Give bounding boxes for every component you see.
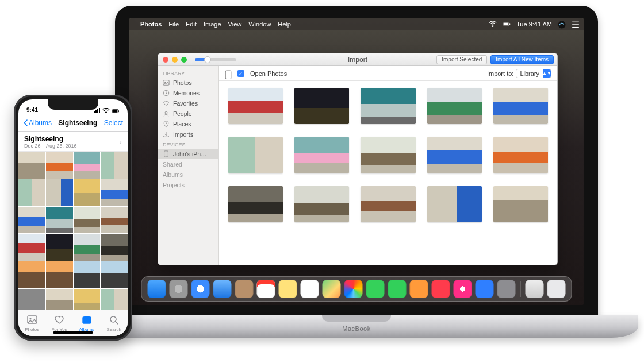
photo-thumbnail[interactable]	[18, 207, 45, 234]
dock-itunes-icon[interactable]	[454, 280, 472, 298]
import-thumbnail[interactable]	[294, 88, 349, 124]
dock-photos-icon[interactable]	[344, 280, 363, 298]
sidebar-item-people[interactable]: People	[158, 109, 218, 119]
import-thumbnail[interactable]	[427, 186, 482, 222]
sidebar-item-memories[interactable]: Memories	[158, 88, 218, 98]
dock-sysprefs-icon[interactable]	[497, 280, 516, 298]
dock-safari-icon[interactable]	[191, 280, 210, 298]
photo-thumbnail[interactable]	[74, 261, 101, 288]
import-thumbnail[interactable]	[361, 186, 415, 222]
photo-thumbnail[interactable]	[74, 234, 101, 261]
photo-thumbnail[interactable]	[18, 152, 45, 179]
import-thumbnail[interactable]	[361, 88, 415, 124]
sidebar-item-shared[interactable]: Shared	[158, 159, 218, 169]
open-photos-checkbox[interactable]: ✓	[237, 70, 244, 77]
nav-select-button[interactable]: Select	[104, 119, 123, 127]
dock-facetime-icon[interactable]	[388, 280, 407, 298]
dock-downloads-icon[interactable]	[526, 280, 544, 298]
sidebar-item-favorites[interactable]: Favorites	[158, 98, 218, 109]
import-to-select[interactable]: Import to: Library ▲▼	[487, 69, 551, 78]
menu-file[interactable]: File	[168, 21, 179, 28]
app-menu[interactable]: Photos	[140, 21, 162, 28]
photo-thumbnail[interactable]	[101, 234, 128, 261]
photo-thumbnail[interactable]	[46, 152, 73, 179]
import-thumbnail[interactable]	[294, 186, 349, 222]
menu-edit[interactable]: Edit	[186, 21, 197, 28]
menubar-clock[interactable]: Tue 9:41 AM	[516, 21, 552, 28]
window-titlebar[interactable]: Import Import Selected Import All New It…	[158, 53, 557, 66]
photo-thumbnail[interactable]	[101, 152, 128, 179]
dock-appstore-icon[interactable]	[476, 280, 494, 298]
import-thumbnail[interactable]	[228, 137, 283, 173]
photo-thumbnail[interactable]	[74, 152, 101, 179]
photo-thumbnail[interactable]	[46, 289, 73, 310]
sidebar-item-projects[interactable]: Projects	[158, 180, 218, 190]
album-header[interactable]: Sightseeing Dec 26 – Aug 25, 2016 ›	[18, 132, 128, 152]
wifi-icon[interactable]	[489, 21, 497, 28]
photo-thumbnail[interactable]	[74, 289, 101, 310]
svg-point-4	[558, 21, 566, 29]
mac-desktop: Import Import Selected Import All New It…	[129, 30, 584, 305]
photo-thumbnail[interactable]	[46, 234, 73, 261]
album-photo-grid[interactable]	[18, 152, 128, 310]
dock-trash-icon[interactable]	[547, 280, 566, 298]
import-thumbnail[interactable]	[228, 186, 283, 222]
photo-thumbnail[interactable]	[46, 207, 73, 234]
import-thumbnail[interactable]	[493, 137, 548, 173]
import-thumbnail[interactable]	[427, 137, 482, 173]
dock-news-icon[interactable]	[432, 280, 450, 298]
photo-thumbnail[interactable]	[18, 234, 45, 261]
photo-thumbnail[interactable]	[101, 289, 128, 310]
photo-thumbnail[interactable]	[18, 179, 45, 206]
sidebar-item-device[interactable]: John's iPh…	[158, 149, 218, 159]
sidebar-item-places[interactable]: Places	[158, 119, 218, 129]
photo-thumbnail[interactable]	[74, 179, 101, 206]
photo-thumbnail[interactable]	[18, 261, 45, 288]
photo-thumbnail[interactable]	[101, 261, 128, 288]
nav-back-button[interactable]: Albums	[23, 119, 52, 127]
open-photos-label: Open Photos	[250, 70, 287, 77]
svg-point-0	[492, 26, 493, 26]
import-thumbnail[interactable]	[493, 88, 548, 124]
photo-thumbnail[interactable]	[46, 261, 73, 288]
macbook-brand-label: MacBook	[75, 325, 638, 332]
dock-mail-icon[interactable]	[213, 280, 232, 298]
photo-thumbnail[interactable]	[74, 207, 101, 234]
import-thumbnail[interactable]	[493, 186, 548, 222]
menu-window[interactable]: Window	[248, 21, 271, 28]
photo-thumbnail[interactable]	[101, 179, 128, 206]
sidebar-item-albums[interactable]: Albums	[158, 169, 218, 180]
dock-reminders-icon[interactable]	[301, 280, 319, 298]
sidebar-item-photos[interactable]: Photos	[158, 78, 218, 88]
photo-thumbnail[interactable]	[101, 207, 128, 234]
dock-maps-icon[interactable]	[323, 280, 341, 298]
import-thumbnail[interactable]	[228, 88, 283, 124]
dock-calendar-icon[interactable]	[257, 280, 275, 298]
macos-menubar[interactable]: Photos File Edit Image View Window Help	[129, 18, 584, 30]
import-thumbnail-grid[interactable]	[219, 81, 557, 265]
menu-image[interactable]: Image	[204, 21, 221, 28]
dock-books-icon[interactable]	[410, 280, 428, 298]
siri-icon[interactable]	[558, 21, 566, 28]
import-thumbnail[interactable]	[361, 137, 415, 173]
menu-help[interactable]: Help	[278, 21, 291, 28]
notification-center-icon[interactable]	[572, 21, 580, 28]
photo-thumbnail[interactable]	[46, 179, 73, 206]
dock-contacts-icon[interactable]	[235, 280, 254, 298]
import-thumbnail[interactable]	[427, 88, 482, 124]
import-to-label: Import to:	[487, 70, 513, 77]
tab-photos[interactable]: Photos	[18, 310, 46, 336]
tab-search[interactable]: Search	[101, 310, 128, 336]
home-indicator[interactable]	[53, 331, 93, 334]
dock-notes-icon[interactable]	[279, 280, 297, 298]
dock-finder-icon[interactable]	[148, 280, 166, 298]
dock-launchpad-icon[interactable]	[170, 280, 188, 298]
dock-messages-icon[interactable]	[366, 280, 385, 298]
sidebar-item-imports[interactable]: Imports	[158, 129, 218, 140]
import-thumbnail[interactable]	[294, 137, 349, 173]
photo-thumbnail[interactable]	[18, 289, 45, 310]
battery-icon[interactable]	[503, 21, 511, 28]
macos-dock[interactable]	[141, 276, 572, 302]
battery-icon	[112, 108, 120, 113]
menu-view[interactable]: View	[228, 21, 242, 28]
